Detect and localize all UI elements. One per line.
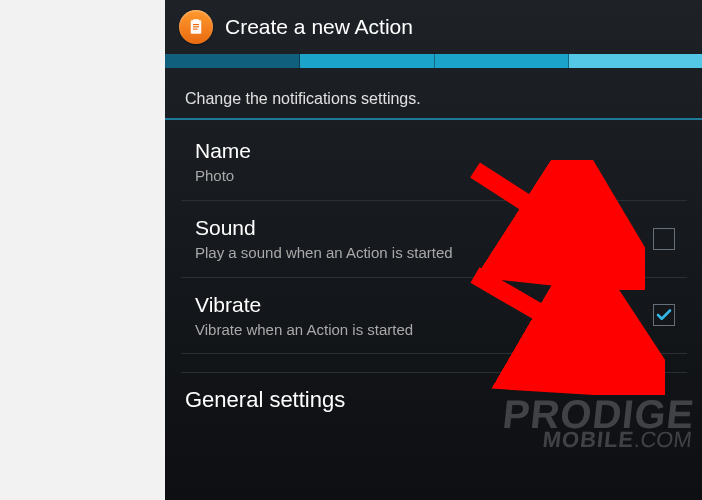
vibrate-checkbox[interactable] — [653, 304, 675, 326]
setting-subtitle: Photo — [195, 166, 535, 186]
divider — [181, 353, 687, 354]
progress-step-1 — [165, 54, 300, 68]
progress-step-4 — [569, 54, 702, 68]
setting-name[interactable]: Name Photo — [165, 124, 702, 200]
setting-title: Sound — [195, 215, 643, 241]
section-subhead: Change the notifications settings. — [165, 68, 702, 118]
svg-rect-3 — [193, 26, 199, 27]
svg-rect-4 — [193, 29, 198, 30]
app-header: Create a new Action — [165, 0, 702, 54]
setting-title: Vibrate — [195, 292, 643, 318]
setting-sound[interactable]: Sound Play a sound when an Action is sta… — [165, 201, 702, 277]
sound-checkbox[interactable] — [653, 228, 675, 250]
setting-text: Vibrate Vibrate when an Action is starte… — [195, 292, 643, 340]
setting-text: Name Photo — [195, 138, 683, 186]
progress-step-2 — [300, 54, 435, 68]
settings-list: Name Photo Sound Play a sound when an Ac… — [165, 120, 702, 423]
screenshot-frame: Create a new Action Change the notificat… — [165, 0, 702, 500]
progress-bar — [165, 54, 702, 68]
svg-rect-2 — [193, 24, 199, 25]
setting-subtitle: Play a sound when an Action is started — [195, 243, 535, 263]
phone-screen: Create a new Action Change the notificat… — [165, 0, 702, 500]
clipboard-icon — [179, 10, 213, 44]
svg-rect-1 — [193, 19, 199, 22]
setting-vibrate[interactable]: Vibrate Vibrate when an Action is starte… — [165, 278, 702, 354]
progress-step-3 — [435, 54, 570, 68]
check-icon — [655, 306, 673, 324]
setting-text: Sound Play a sound when an Action is sta… — [195, 215, 643, 263]
section-header-general: General settings — [165, 373, 702, 423]
clipboard-glyph — [187, 18, 205, 36]
setting-title: Name — [195, 138, 683, 164]
header-title: Create a new Action — [225, 15, 413, 39]
setting-subtitle: Vibrate when an Action is started — [195, 320, 535, 340]
